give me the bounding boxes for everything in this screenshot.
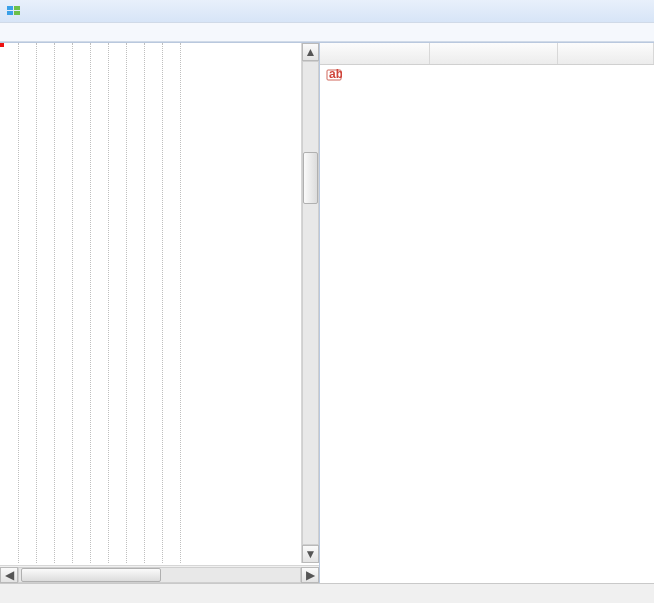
- tree-pane: ▲ ▼ ◀ ▶: [0, 43, 320, 583]
- scroll-left-button[interactable]: ◀: [0, 567, 18, 583]
- svg-rect-3: [14, 11, 20, 15]
- scroll-track-v[interactable]: [302, 61, 319, 545]
- col-type[interactable]: [430, 43, 558, 64]
- menu-favorites[interactable]: [42, 30, 54, 34]
- svg-rect-0: [7, 6, 13, 10]
- scroll-right-button[interactable]: ▶: [301, 567, 319, 583]
- vertical-scrollbar[interactable]: ▲ ▼: [301, 43, 319, 563]
- string-value-icon: ab: [326, 67, 342, 83]
- main-split: ▲ ▼ ◀ ▶ ab: [0, 42, 654, 583]
- scroll-down-button[interactable]: ▼: [302, 545, 319, 563]
- value-row[interactable]: ab: [320, 65, 654, 85]
- values-pane: ab: [320, 43, 654, 583]
- menu-edit[interactable]: [18, 30, 30, 34]
- menu-bar: [0, 22, 654, 42]
- status-bar: [0, 583, 654, 603]
- menu-file[interactable]: [6, 30, 18, 34]
- scroll-up-button[interactable]: ▲: [302, 43, 319, 61]
- svg-rect-2: [7, 11, 13, 15]
- column-headers[interactable]: [320, 43, 654, 65]
- col-data[interactable]: [558, 43, 654, 64]
- horizontal-scrollbar[interactable]: ◀ ▶: [0, 565, 319, 583]
- title-bar: [0, 0, 654, 22]
- col-name[interactable]: [320, 43, 430, 64]
- app-icon: [6, 3, 22, 19]
- menu-help[interactable]: [54, 30, 66, 34]
- menu-view[interactable]: [30, 30, 42, 34]
- svg-rect-1: [14, 6, 20, 10]
- scroll-thumb-h[interactable]: [21, 568, 161, 582]
- scroll-track-h[interactable]: [18, 567, 301, 583]
- scroll-thumb-v[interactable]: [303, 152, 318, 204]
- svg-text:ab: ab: [329, 67, 342, 81]
- tree-view[interactable]: [0, 43, 319, 563]
